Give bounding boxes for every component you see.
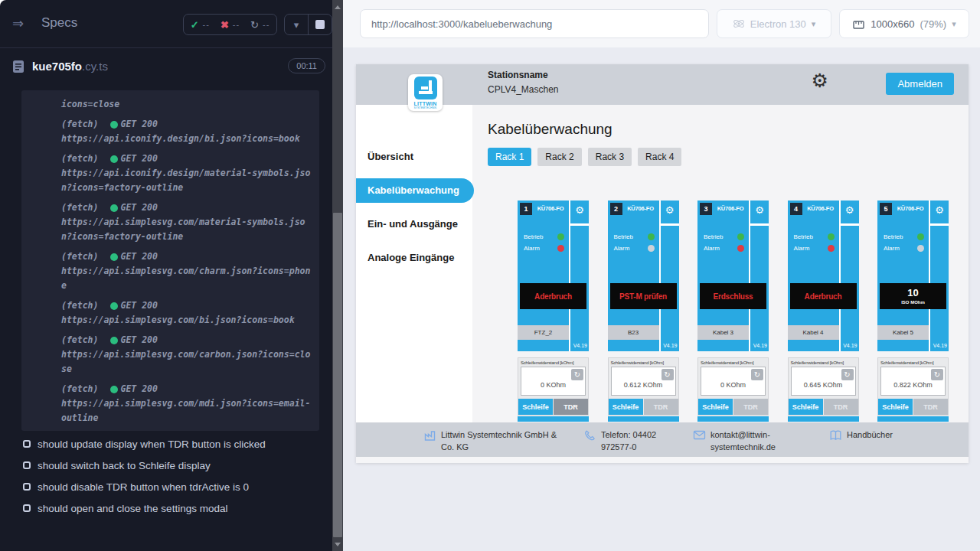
viewport-select[interactable]: 1000x660 (79%) ▾ xyxy=(839,9,969,38)
rack-tab-4[interactable]: Rack 4 xyxy=(638,148,681,166)
module-card: 3 KÜ706-FO ⚙ Betrieb Alarm Erdschluss Ka… xyxy=(697,201,769,422)
card-settings-gear-icon[interactable]: ⚙ xyxy=(932,204,947,217)
status-dot-icon xyxy=(110,204,118,212)
spec-row[interactable]: kue705fo.cy.ts 00:11 xyxy=(0,48,332,86)
alarm-text: Erdschluss xyxy=(714,292,753,301)
refresh-icon[interactable]: ↻ xyxy=(571,369,583,380)
log-entry[interactable]: (fetch)GET 200 https://api.simplesvg.com… xyxy=(61,298,312,328)
failed-count: -- xyxy=(233,20,240,29)
test-item[interactable]: should switch back to Schleife display xyxy=(23,455,326,476)
module-card: 2 KÜ706-FO ⚙ Betrieb Alarm PST-M prüfen … xyxy=(608,201,679,422)
sidebar-item-ein-und-ausgaenge[interactable]: Ein- und Ausgänge xyxy=(356,212,472,236)
measurement-panel: Schleifenwiderstand [kOhm] ↻ 0.612 KOhm … xyxy=(608,357,679,416)
tdr-button[interactable]: TDR xyxy=(733,399,768,415)
stop-button[interactable] xyxy=(309,15,332,34)
log-entry[interactable]: (fetch)GET 200 https://api.simplesvg.com… xyxy=(61,382,312,425)
test-item[interactable]: should update display when TDR button is… xyxy=(23,433,326,455)
card-model: KÜ706-FO xyxy=(533,205,568,212)
browser-select[interactable]: Electron 130 ▾ xyxy=(717,9,831,38)
app-sidebar: Übersicht Kabelüberwachung Ein- und Ausg… xyxy=(356,105,472,422)
card-settings-gear-icon[interactable]: ⚙ xyxy=(752,204,767,217)
refresh-icon[interactable]: ↻ xyxy=(751,369,763,380)
schleife-button[interactable]: Schleife xyxy=(609,399,643,415)
alarm-led xyxy=(917,245,924,252)
browser-name: Electron 130 xyxy=(750,18,806,30)
settings-gear-icon[interactable]: ⚙ xyxy=(812,71,828,90)
tdr-button[interactable]: TDR xyxy=(644,399,678,415)
alarm-label: Alarm xyxy=(614,245,648,252)
rack-tab-1[interactable]: Rack 1 xyxy=(488,148,531,166)
sidebar-item-analoge-eingaenge[interactable]: Analoge Eingänge xyxy=(356,246,472,270)
runner-header: ⇒ Specs ✓ -- ✖ -- ↻ -- ▾ xyxy=(0,0,332,48)
url-input[interactable] xyxy=(360,9,709,38)
alarm-display: PST-M prüfen xyxy=(610,283,677,309)
measurement-panel: Schleifenwiderstand [kOhm] ↻ 0 KOhm Schl… xyxy=(518,357,589,416)
status-dot-icon xyxy=(110,253,118,261)
firmware-version: V4.19 xyxy=(663,343,677,348)
refresh-icon[interactable]: ↻ xyxy=(662,369,674,380)
runner-scrollbar[interactable] xyxy=(332,0,343,551)
footer-company-text: Littwin Systemtechnik GmbH & Co. KG xyxy=(441,429,560,453)
schleife-button[interactable]: Schleife xyxy=(518,399,553,415)
iso-display: 10 ISO MOhm xyxy=(880,283,946,309)
specs-menu-icon[interactable]: ⇒ xyxy=(12,15,24,32)
sidebar-item-uebersicht[interactable]: Übersicht xyxy=(356,145,472,169)
phone-icon xyxy=(584,429,596,442)
card-settings-gear-icon[interactable]: ⚙ xyxy=(572,204,587,217)
specs-title[interactable]: Specs xyxy=(41,15,77,31)
card-model: KÜ706-FO xyxy=(893,205,928,212)
fetch-tag: (fetch) xyxy=(61,249,98,264)
schleife-button[interactable]: Schleife xyxy=(789,399,823,415)
tdr-button[interactable]: TDR xyxy=(913,399,948,415)
littwin-logo-icon xyxy=(414,77,437,99)
betrieb-label: Betrieb xyxy=(524,233,557,240)
schleife-button[interactable]: Schleife xyxy=(698,399,733,415)
sidebar-item-kabelueberwachung[interactable]: Kabelüberwachung xyxy=(356,178,474,203)
test-item[interactable]: should open and close the settings modal xyxy=(23,497,326,519)
card-settings-gear-icon[interactable]: ⚙ xyxy=(842,204,858,217)
log-entry[interactable]: (fetch)GET 200 https://api.simplesvg.com… xyxy=(61,201,312,244)
measurement-value: 0 KOhm xyxy=(541,381,566,389)
scroll-up-arrow[interactable] xyxy=(332,2,343,12)
tdr-button[interactable]: TDR xyxy=(824,399,858,415)
log-entry[interactable]: (fetch)GET 200 https://api.iconify.desig… xyxy=(61,117,312,146)
logout-button[interactable]: Abmelden xyxy=(886,73,954,95)
alarm-label: Alarm xyxy=(704,245,737,252)
card-number: 5 xyxy=(880,203,892,215)
schleife-button[interactable]: Schleife xyxy=(878,399,913,415)
refresh-icon[interactable]: ↻ xyxy=(841,369,854,380)
scrollbar-thumb[interactable] xyxy=(333,213,342,537)
alarm-label: Alarm xyxy=(524,245,557,252)
log-entry[interactable]: (fetch)GET 200 https://api.iconify.desig… xyxy=(61,152,312,195)
status-dot-icon xyxy=(110,302,118,310)
card-strip xyxy=(788,416,859,422)
log-entry[interactable]: (fetch)GET 200 https://api.simplesvg.com… xyxy=(61,249,312,293)
module-card: 4 KÜ706-FO ⚙ Betrieb Alarm Aderbruch Kab… xyxy=(788,201,859,422)
measurement-box: ↻ 0.645 KOhm xyxy=(791,367,856,396)
cable-name: Kabel 3 xyxy=(697,325,749,340)
iso-unit: ISO MOhm xyxy=(901,300,925,305)
app-body: Übersicht Kabelüberwachung Ein- und Ausg… xyxy=(356,105,969,422)
rack-tab-2[interactable]: Rack 2 xyxy=(537,148,581,166)
collapse-button[interactable]: ▾ xyxy=(285,15,309,34)
logo-subtitle: SYSTEMTECHNIK xyxy=(414,106,437,109)
scroll-down-arrow[interactable] xyxy=(332,539,343,549)
measurement-label: Schleifenwiderstand [kOhm] xyxy=(878,360,948,366)
log-url-text: https://api.simplesvg.com/bi.json?icons=… xyxy=(61,313,312,328)
measurement-box: ↻ 0.612 KOhm xyxy=(611,367,676,396)
refresh-icon[interactable]: ↻ xyxy=(931,369,943,380)
card-settings-gear-icon[interactable]: ⚙ xyxy=(662,204,678,217)
log-status: GET 200 xyxy=(120,249,157,264)
measurement-label: Schleifenwiderstand [kOhm] xyxy=(698,360,768,366)
tdr-button[interactable]: TDR xyxy=(554,399,588,415)
station-label: Stationsname xyxy=(488,70,559,80)
cable-name: Kabel 5 xyxy=(877,325,929,340)
footer-manuals[interactable]: Handbücher xyxy=(829,429,893,442)
alarm-text: Aderbruch xyxy=(534,292,572,301)
footer-email-text[interactable]: kontakt@littwin-systemtechnik.de xyxy=(710,429,791,453)
rack-tab-3[interactable]: Rack 3 xyxy=(588,148,632,166)
spec-name: kue705fo.cy.ts xyxy=(32,60,108,73)
test-item[interactable]: should disable TDR button when tdrActive… xyxy=(23,476,326,497)
log-entry[interactable]: (fetch)GET 200 https://api.simplesvg.com… xyxy=(61,333,312,377)
log-url-tail[interactable]: icons=close xyxy=(61,97,312,112)
